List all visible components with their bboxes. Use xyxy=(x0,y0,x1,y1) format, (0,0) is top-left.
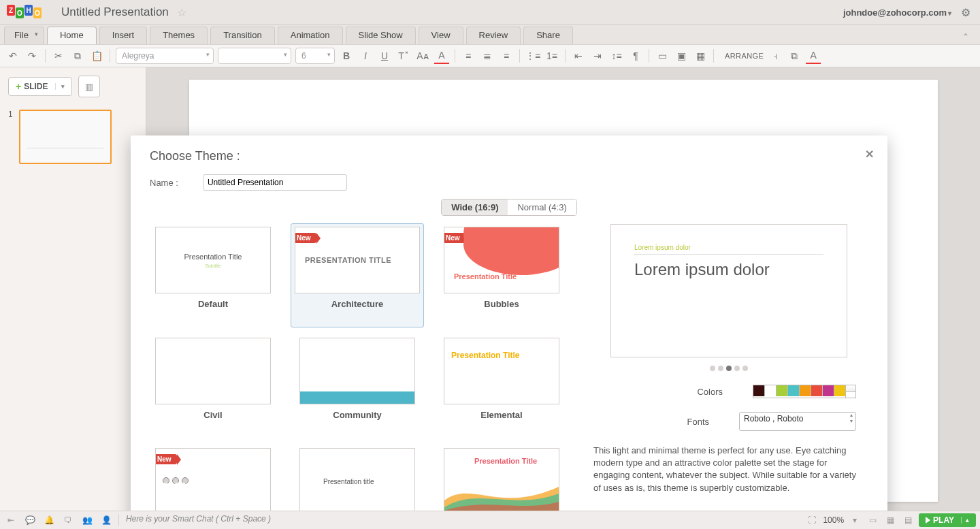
theme-description: This light and minimal theme is perfect … xyxy=(589,445,868,494)
menu-transition[interactable]: Transition xyxy=(210,27,275,44)
shape1-icon[interactable]: ▭ xyxy=(655,48,670,63)
plus-icon: + xyxy=(16,81,21,92)
document-title[interactable]: Untitled Presentation xyxy=(61,5,169,19)
fonts-label: Fonts xyxy=(675,417,709,427)
menu-insert[interactable]: Insert xyxy=(99,27,148,44)
notifications-icon[interactable]: 🔔 xyxy=(42,513,56,527)
add-slide-button[interactable]: + SLIDE xyxy=(8,77,72,96)
align-center-icon[interactable]: ≣ xyxy=(480,48,495,63)
redo-icon[interactable]: ↷ xyxy=(24,48,39,63)
chevron-down-icon[interactable]: ▾ xyxy=(848,513,862,527)
slide-panel: + SLIDE ▥ 1 xyxy=(0,67,146,513)
smart-chat-input[interactable]: Here is your Smart Chat ( Ctrl + Space ) xyxy=(118,514,643,526)
new-badge: New xyxy=(155,454,177,464)
user-menu[interactable]: johndoe@zohocorp.com xyxy=(843,7,951,18)
collapse-panel-icon[interactable]: ⇤ xyxy=(4,513,18,527)
aspect-wide-button[interactable]: Wide (16:9) xyxy=(442,199,508,215)
settings-gear-icon[interactable]: ⚙ xyxy=(958,5,973,20)
align-right-icon[interactable]: ≡ xyxy=(499,48,514,63)
paste-icon[interactable]: 📋 xyxy=(89,48,104,63)
zoho-logo: ZO HO xyxy=(7,5,45,20)
copy-icon[interactable]: ⧉ xyxy=(70,48,85,63)
theme-architecture[interactable]: New PRESENTATION TITLE Architecture xyxy=(291,223,424,327)
color-swatches[interactable] xyxy=(753,385,846,398)
status-bar: ⇤ 💬 🔔 🗨 👥 👤 Here is your Smart Chat ( Ct… xyxy=(0,511,980,529)
slide-layout-button[interactable]: ▥ xyxy=(78,76,100,97)
theme-elemental[interactable]: Presentation Title Elemental xyxy=(438,338,565,435)
font-style-select[interactable] xyxy=(218,48,291,64)
menu-view[interactable]: View xyxy=(419,27,463,44)
theme-bubbles[interactable]: New Presentation Title Bubbles xyxy=(438,227,565,324)
menu-home[interactable]: Home xyxy=(47,27,97,44)
cut-icon[interactable]: ✂ xyxy=(51,48,66,63)
view-sorter-icon[interactable]: ▦ xyxy=(883,513,897,527)
aspect-ratio-toggle: Wide (16:9) Normal (4:3) xyxy=(150,199,868,216)
arrange-label[interactable]: ARRANGE xyxy=(725,52,764,60)
presentation-name-input[interactable] xyxy=(203,174,347,191)
choose-theme-dialog: Choose Theme : ✕ Name : Wide (16:9) Norm… xyxy=(131,135,887,529)
new-badge: New xyxy=(295,233,316,243)
bullet-list-icon[interactable]: ⋮≡ xyxy=(525,48,540,63)
font-color-icon[interactable]: A xyxy=(434,48,449,64)
menu-slideshow[interactable]: Slide Show xyxy=(346,27,416,44)
superscript-icon[interactable]: T˟ xyxy=(396,48,411,63)
favorite-star-icon[interactable]: ☆ xyxy=(177,6,186,19)
person-icon[interactable]: 👤 xyxy=(99,513,113,527)
text-case-icon[interactable]: Aᴀ xyxy=(415,48,430,63)
line-spacing-icon[interactable]: ↕≡ xyxy=(609,48,624,63)
workspace: + SLIDE ▥ 1 Choose Theme : ✕ Name : Wide… xyxy=(0,67,980,513)
dialog-title: Choose Theme : xyxy=(150,149,868,163)
menu-review[interactable]: Review xyxy=(466,27,521,44)
slide-number: 1 xyxy=(8,110,15,164)
fit-icon[interactable]: ⛶ xyxy=(805,513,819,527)
title-bar: ZO HO Untitled Presentation ☆ johndoe@zo… xyxy=(0,0,980,25)
theme-civil[interactable]: Presentation title Civil xyxy=(150,338,276,435)
bold-icon[interactable]: B xyxy=(339,48,354,63)
menu-themes[interactable]: Themes xyxy=(150,27,208,44)
play-button[interactable]: PLAY xyxy=(919,513,976,527)
theme-community[interactable]: PRESENTATION TITLE Community xyxy=(294,338,421,435)
close-dialog-icon[interactable]: ✕ xyxy=(865,148,874,161)
indent-decrease-icon[interactable]: ⇤ xyxy=(571,48,586,63)
menu-share[interactable]: Share xyxy=(523,27,573,44)
shape2-icon[interactable]: ▣ xyxy=(674,48,689,63)
chat-icon[interactable]: 💬 xyxy=(23,513,37,527)
zoom-level[interactable]: 100% xyxy=(823,515,844,525)
highlight-icon[interactable]: A xyxy=(806,48,821,64)
preview-page-dots[interactable] xyxy=(710,366,748,371)
arrange-align-icon[interactable]: ⫞ xyxy=(768,48,783,63)
align-left-icon[interactable]: ≡ xyxy=(461,48,476,63)
theme-default[interactable]: Presentation Title Subtitle Default xyxy=(150,227,276,324)
aspect-normal-button[interactable]: Normal (4:3) xyxy=(508,199,576,215)
shape3-icon[interactable]: ▦ xyxy=(693,48,708,63)
arrange-order-icon[interactable]: ⧉ xyxy=(787,48,802,63)
font-family-select[interactable]: Alegreya xyxy=(116,48,214,64)
menu-file[interactable]: File xyxy=(4,27,44,44)
theme-preview-panel: Lorem ipsum dolor Lorem ipsum dolor Colo… xyxy=(589,223,868,529)
play-icon xyxy=(926,517,930,524)
slide-thumbnail[interactable] xyxy=(19,110,112,164)
font-size-select[interactable]: 6 xyxy=(295,48,335,64)
contacts-icon[interactable]: 👥 xyxy=(80,513,94,527)
theme-grid[interactable]: Presentation Title Subtitle Default New … xyxy=(150,223,569,529)
theme-preview-card: Lorem ipsum dolor Lorem ipsum dolor xyxy=(610,224,847,357)
comments-icon[interactable]: 🗨 xyxy=(61,513,75,527)
color-stepper[interactable] xyxy=(846,385,856,398)
name-label: Name : xyxy=(150,178,178,188)
font-select[interactable]: Roboto , Roboto xyxy=(739,412,856,431)
colors-label: Colors xyxy=(689,387,723,397)
view-normal-icon[interactable]: ▭ xyxy=(866,513,879,527)
number-list-icon[interactable]: 1≡ xyxy=(544,48,559,63)
underline-icon[interactable]: U xyxy=(377,48,392,63)
new-badge: New xyxy=(444,233,466,243)
italic-icon[interactable]: I xyxy=(358,48,373,63)
formatting-toolbar: ↶ ↷ ✂ ⧉ 📋 Alegreya 6 B I U T˟ Aᴀ A ≡ ≣ ≡… xyxy=(0,44,980,67)
menu-animation[interactable]: Animation xyxy=(278,27,343,44)
menu-bar: File Home Insert Themes Transition Anima… xyxy=(0,25,980,44)
undo-icon[interactable]: ↶ xyxy=(5,48,20,63)
indent-increase-icon[interactable]: ⇥ xyxy=(590,48,605,63)
text-direction-icon[interactable]: ¶ xyxy=(628,48,643,63)
view-reading-icon[interactable]: ▤ xyxy=(901,513,915,527)
collapse-ribbon-icon[interactable]: ⌃ xyxy=(956,29,976,44)
